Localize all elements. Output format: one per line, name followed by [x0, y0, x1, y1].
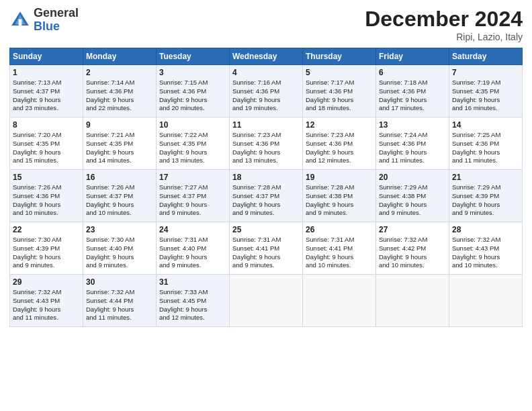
header-day-sunday: Sunday [10, 48, 83, 65]
day-number: 15 [13, 173, 80, 182]
cell-info: Sunrise: 7:13 AMSunset: 4:37 PMDaylight:… [13, 79, 80, 113]
day-number: 27 [379, 225, 446, 234]
cell-week4-day1: 22Sunrise: 7:30 AMSunset: 4:39 PMDayligh… [10, 222, 83, 275]
cell-info: Sunrise: 7:17 AMSunset: 4:36 PMDaylight:… [306, 79, 373, 113]
cell-info: Sunrise: 7:16 AMSunset: 4:36 PMDaylight:… [232, 79, 300, 113]
cell-info: Sunrise: 7:29 AMSunset: 4:39 PMDaylight:… [452, 183, 519, 218]
header-day-saturday: Saturday [449, 48, 523, 65]
day-number: 16 [86, 173, 153, 182]
cell-week4-day7: 28Sunrise: 7:32 AMSunset: 4:43 PMDayligh… [449, 222, 523, 275]
day-number: 23 [86, 225, 153, 234]
cell-week3-day6: 20Sunrise: 7:29 AMSunset: 4:38 PMDayligh… [376, 170, 449, 222]
cell-info: Sunrise: 7:20 AMSunset: 4:35 PMDaylight:… [13, 131, 80, 165]
cell-week3-day7: 21Sunrise: 7:29 AMSunset: 4:39 PMDayligh… [449, 170, 523, 222]
cell-week5-day3: 31Sunrise: 7:33 AMSunset: 4:45 PMDayligh… [157, 275, 230, 327]
month-title: December 2024 [365, 7, 523, 32]
cell-week4-day6: 27Sunrise: 7:32 AMSunset: 4:42 PMDayligh… [376, 222, 449, 275]
cell-info: Sunrise: 7:22 AMSunset: 4:35 PMDaylight:… [159, 131, 226, 165]
day-number: 3 [159, 68, 226, 77]
logo-general: General [34, 7, 79, 20]
cell-info: Sunrise: 7:23 AMSunset: 4:36 PMDaylight:… [306, 131, 373, 165]
cell-week2-day1: 8Sunrise: 7:20 AMSunset: 4:35 PMDaylight… [10, 118, 83, 170]
cell-week1-day6: 6Sunrise: 7:18 AMSunset: 4:36 PMDaylight… [376, 65, 449, 118]
day-number: 7 [452, 68, 519, 77]
cell-week2-day7: 14Sunrise: 7:25 AMSunset: 4:36 PMDayligh… [449, 118, 523, 170]
week-row-3: 15Sunrise: 7:26 AMSunset: 4:36 PMDayligh… [10, 170, 523, 222]
cell-week5-day2: 30Sunrise: 7:32 AMSunset: 4:44 PMDayligh… [83, 275, 157, 327]
logo: General Blue [9, 7, 79, 34]
day-number: 20 [379, 173, 446, 182]
day-number: 25 [232, 225, 300, 234]
cell-info: Sunrise: 7:25 AMSunset: 4:36 PMDaylight:… [452, 131, 519, 165]
day-number: 26 [306, 225, 373, 234]
cell-week1-day3: 3Sunrise: 7:15 AMSunset: 4:36 PMDaylight… [157, 65, 230, 118]
cell-week2-day4: 11Sunrise: 7:23 AMSunset: 4:36 PMDayligh… [230, 118, 303, 170]
cell-week1-day2: 2Sunrise: 7:14 AMSunset: 4:36 PMDaylight… [83, 65, 157, 118]
cell-info: Sunrise: 7:18 AMSunset: 4:36 PMDaylight:… [379, 79, 446, 113]
cell-week5-day1: 29Sunrise: 7:32 AMSunset: 4:43 PMDayligh… [10, 275, 83, 327]
cell-week4-day2: 23Sunrise: 7:30 AMSunset: 4:40 PMDayligh… [83, 222, 157, 275]
header-row: SundayMondayTuesdayWednesdayThursdayFrid… [10, 48, 523, 65]
cell-week1-day5: 5Sunrise: 7:17 AMSunset: 4:36 PMDaylight… [303, 65, 376, 118]
cell-info: Sunrise: 7:32 AMSunset: 4:42 PMDaylight:… [379, 236, 446, 270]
day-number: 31 [159, 277, 226, 287]
day-number: 19 [306, 173, 373, 182]
day-number: 5 [306, 68, 373, 77]
cell-week4-day5: 26Sunrise: 7:31 AMSunset: 4:41 PMDayligh… [303, 222, 376, 275]
week-row-4: 22Sunrise: 7:30 AMSunset: 4:39 PMDayligh… [10, 222, 523, 275]
day-number: 17 [159, 173, 226, 182]
cell-info: Sunrise: 7:21 AMSunset: 4:35 PMDaylight:… [86, 131, 153, 165]
day-number: 14 [452, 120, 519, 130]
cell-info: Sunrise: 7:29 AMSunset: 4:38 PMDaylight:… [379, 183, 446, 218]
calendar-header: SundayMondayTuesdayWednesdayThursdayFrid… [10, 48, 523, 65]
header-day-friday: Friday [376, 48, 449, 65]
cell-info: Sunrise: 7:24 AMSunset: 4:36 PMDaylight:… [379, 131, 446, 165]
cell-info: Sunrise: 7:28 AMSunset: 4:38 PMDaylight:… [306, 183, 373, 218]
cell-week2-day2: 9Sunrise: 7:21 AMSunset: 4:35 PMDaylight… [83, 118, 157, 170]
title-section: December 2024 Ripi, Lazio, Italy [365, 7, 523, 42]
header-day-wednesday: Wednesday [230, 48, 303, 65]
cell-week5-day6 [376, 275, 449, 327]
header-day-tuesday: Tuesday [157, 48, 230, 65]
day-number: 10 [159, 120, 226, 130]
cell-week1-day4: 4Sunrise: 7:16 AMSunset: 4:36 PMDaylight… [230, 65, 303, 118]
cell-info: Sunrise: 7:31 AMSunset: 4:40 PMDaylight:… [159, 236, 226, 270]
day-number: 24 [159, 225, 226, 234]
location: Ripi, Lazio, Italy [365, 32, 523, 42]
cell-week3-day1: 15Sunrise: 7:26 AMSunset: 4:36 PMDayligh… [10, 170, 83, 222]
cell-info: Sunrise: 7:27 AMSunset: 4:37 PMDaylight:… [159, 183, 226, 218]
cell-week2-day5: 12Sunrise: 7:23 AMSunset: 4:36 PMDayligh… [303, 118, 376, 170]
cell-info: Sunrise: 7:33 AMSunset: 4:45 PMDaylight:… [159, 288, 226, 322]
svg-rect-2 [19, 19, 22, 26]
cell-week3-day2: 16Sunrise: 7:26 AMSunset: 4:37 PMDayligh… [83, 170, 157, 222]
logo-text: General Blue [34, 7, 79, 34]
day-number: 30 [86, 277, 153, 287]
cell-week3-day5: 19Sunrise: 7:28 AMSunset: 4:38 PMDayligh… [303, 170, 376, 222]
header: General Blue December 2024 Ripi, Lazio, … [9, 7, 523, 42]
week-row-5: 29Sunrise: 7:32 AMSunset: 4:43 PMDayligh… [10, 275, 523, 327]
day-number: 22 [13, 225, 80, 234]
cell-info: Sunrise: 7:32 AMSunset: 4:44 PMDaylight:… [86, 288, 153, 322]
cell-info: Sunrise: 7:15 AMSunset: 4:36 PMDaylight:… [159, 79, 226, 113]
cell-week1-day7: 7Sunrise: 7:19 AMSunset: 4:35 PMDaylight… [449, 65, 523, 118]
cell-info: Sunrise: 7:32 AMSunset: 4:43 PMDaylight:… [13, 288, 80, 322]
day-number: 1 [13, 68, 80, 77]
cell-info: Sunrise: 7:31 AMSunset: 4:41 PMDaylight:… [306, 236, 373, 270]
cell-week2-day6: 13Sunrise: 7:24 AMSunset: 4:36 PMDayligh… [376, 118, 449, 170]
day-number: 12 [306, 120, 373, 130]
header-day-monday: Monday [83, 48, 157, 65]
logo-icon [9, 9, 31, 31]
cell-week2-day3: 10Sunrise: 7:22 AMSunset: 4:35 PMDayligh… [157, 118, 230, 170]
cell-info: Sunrise: 7:30 AMSunset: 4:40 PMDaylight:… [86, 236, 153, 270]
day-number: 8 [13, 120, 80, 130]
cell-info: Sunrise: 7:14 AMSunset: 4:36 PMDaylight:… [86, 79, 153, 113]
day-number: 4 [232, 68, 300, 77]
calendar-table: SundayMondayTuesdayWednesdayThursdayFrid… [9, 48, 523, 327]
day-number: 11 [232, 120, 300, 130]
cell-info: Sunrise: 7:31 AMSunset: 4:41 PMDaylight:… [232, 236, 300, 270]
cell-week4-day3: 24Sunrise: 7:31 AMSunset: 4:40 PMDayligh… [157, 222, 230, 275]
cell-week5-day7 [449, 275, 523, 327]
cell-week3-day3: 17Sunrise: 7:27 AMSunset: 4:37 PMDayligh… [157, 170, 230, 222]
day-number: 6 [379, 68, 446, 77]
logo-blue: Blue [34, 20, 79, 34]
